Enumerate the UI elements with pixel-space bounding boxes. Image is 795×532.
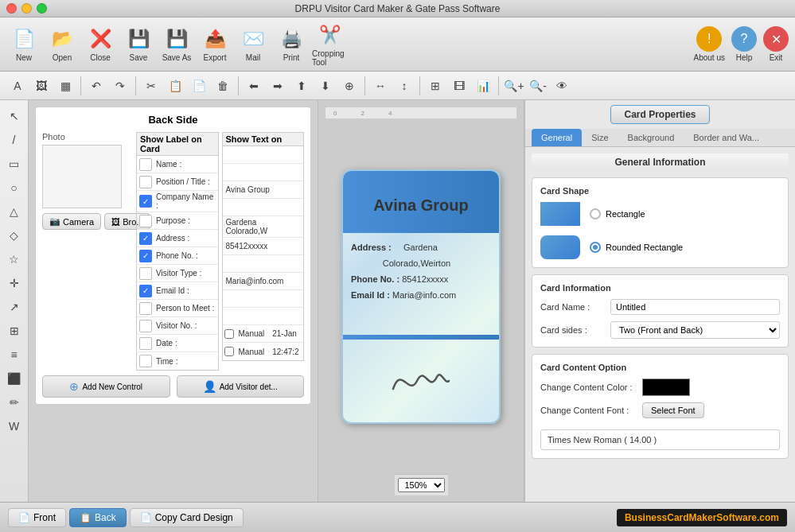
window-controls[interactable]	[6, 3, 47, 14]
card-sides-select[interactable]: Two (Front and Back) One (Front Only)	[610, 321, 780, 339]
zoom-out-btn[interactable]: 🔍-	[527, 75, 549, 97]
check-visitor-type[interactable]	[139, 267, 152, 280]
form-row-person: Person to Meet :	[137, 300, 218, 317]
help-btn[interactable]: ? Help	[731, 26, 757, 62]
barcode-btn[interactable]: ▦	[54, 75, 76, 97]
tab-border[interactable]: Border and Wa...	[684, 129, 769, 146]
crop-btn[interactable]: ✂️ Cropping Tool	[312, 21, 347, 68]
font-display: Times New Roman ( 14.00 )	[540, 429, 780, 450]
check-company[interactable]: ✓	[139, 195, 152, 208]
rounded-rect-radio[interactable]	[590, 242, 601, 253]
tab-size[interactable]: Size	[582, 129, 618, 146]
check-email[interactable]: ✓	[139, 285, 152, 297]
copy-design-btn[interactable]: 📄 Copy Card Design	[130, 508, 244, 527]
exit-icon: ✕	[763, 26, 789, 52]
card-name-input[interactable]	[610, 299, 780, 315]
rectangle-radio[interactable]	[590, 208, 601, 219]
flip-h-btn[interactable]: ↔	[369, 75, 392, 97]
center-btn[interactable]: ⊕	[338, 75, 360, 97]
cut-btn[interactable]: ✂	[140, 75, 162, 97]
export-btn[interactable]: 📤 Export	[197, 21, 232, 68]
close-btn[interactable]: ❌ Close	[83, 21, 118, 68]
circle-tool-btn[interactable]: ○	[3, 177, 25, 199]
cross-tool-btn[interactable]: ✛	[3, 272, 25, 294]
save-as-btn[interactable]: 💾 Save As	[159, 21, 194, 68]
triangle-tool-btn[interactable]: △	[3, 200, 25, 223]
tab-general[interactable]: General	[532, 129, 582, 146]
list-tool-btn[interactable]: ≡	[3, 344, 25, 366]
select-tool-btn[interactable]: ↖	[3, 105, 25, 127]
line-tool-btn[interactable]: /	[3, 129, 25, 151]
date-manual-check[interactable]	[224, 329, 234, 339]
zoom-select[interactable]: 150% 100% 75% 50%	[398, 478, 445, 492]
rect-tool-btn[interactable]: ▭	[3, 153, 25, 175]
check-address[interactable]: ✓	[139, 232, 152, 245]
view-btn[interactable]: 👁	[551, 75, 573, 97]
redo-btn[interactable]: ↷	[109, 75, 131, 97]
open-btn[interactable]: 📂 Open	[45, 21, 80, 68]
check-time[interactable]	[139, 355, 152, 367]
check-name[interactable]	[139, 158, 152, 171]
print-icon: 🖨️	[279, 26, 304, 52]
chart-btn[interactable]: 📊	[472, 75, 494, 97]
minimize-btn[interactable]	[21, 3, 32, 14]
form-row-address: ✓ Address :	[137, 230, 218, 247]
zoom-in-btn[interactable]: 🔍+	[503, 75, 525, 97]
ruler: 0 2 4	[325, 107, 517, 119]
new-btn[interactable]: 📄 New	[6, 21, 41, 68]
check-purpose[interactable]	[139, 215, 152, 227]
print-btn[interactable]: 🖨️ Print	[274, 21, 309, 68]
check-visitor-no[interactable]	[139, 320, 152, 332]
flip-v-btn[interactable]: ↕	[393, 75, 415, 97]
exit-btn[interactable]: ✕ Exit	[763, 26, 789, 62]
tab-background[interactable]: Background	[618, 129, 684, 146]
save-btn[interactable]: 💾 Save	[121, 21, 156, 68]
move-left-btn[interactable]: ⬅	[243, 75, 265, 97]
camera-btn[interactable]: 📷 Camera	[42, 213, 101, 230]
layers-tool-btn[interactable]: ⬛	[3, 367, 25, 390]
arrow-tool-btn[interactable]: ↗	[3, 296, 25, 318]
time-manual-check[interactable]	[224, 347, 234, 356]
copy-btn[interactable]: 📋	[164, 75, 186, 97]
color-swatch[interactable]	[642, 379, 690, 396]
diamond-tool-btn[interactable]: ◇	[3, 224, 25, 247]
star-tool-btn[interactable]: ☆	[3, 248, 25, 270]
text-tool-btn[interactable]: A	[6, 75, 29, 97]
rectangle-radio-group[interactable]: Rectangle	[590, 208, 645, 219]
pen-tool-btn[interactable]: ✏	[3, 391, 25, 414]
rounded-rect-preview	[540, 235, 580, 259]
rounded-rect-radio-group[interactable]: Rounded Rectangle	[590, 242, 683, 253]
mail-btn[interactable]: ✉️ Mail	[236, 21, 271, 68]
backside-panel: Back Side Photo 📷 Camera 🖼 Bro...	[35, 107, 311, 405]
maximize-btn[interactable]	[37, 3, 47, 14]
content-options: Change Content Color : Change Content Fo…	[540, 379, 780, 450]
check-position[interactable]	[139, 176, 152, 188]
add-visitor-btn[interactable]: 👤 Add Visitor det...	[177, 375, 305, 398]
select-font-btn[interactable]: Select Font	[642, 402, 704, 418]
move-right-btn[interactable]: ➡	[267, 75, 289, 97]
check-date[interactable]	[139, 337, 152, 350]
text-row-phone: 85412xxxxx	[223, 238, 304, 255]
browse-icon: 🖼	[111, 217, 120, 227]
front-tab-btn[interactable]: 📄 Front	[8, 508, 66, 527]
help-icon: ?	[731, 26, 757, 52]
add-control-btn[interactable]: ⊕ Add New Control	[42, 375, 170, 398]
card-address-field2: Colorado,Weirton	[351, 258, 491, 268]
panel-tool-btn[interactable]: ⊞	[3, 320, 25, 342]
delete-btn[interactable]: 🗑	[212, 75, 234, 97]
grid-btn[interactable]: ⊞	[424, 75, 446, 97]
paste-btn[interactable]: 📄	[188, 75, 210, 97]
check-phone[interactable]: ✓	[139, 250, 152, 262]
film-btn[interactable]: 🎞	[448, 75, 470, 97]
about-btn[interactable]: ! About us	[694, 26, 725, 62]
back-tab-btn[interactable]: 📋 Back	[69, 508, 127, 527]
label-col: Show Label on Card Name : Position / Tit…	[136, 132, 219, 371]
text-label-btn[interactable]: W	[3, 415, 25, 437]
move-up-btn[interactable]: ⬆	[290, 75, 313, 97]
photo-label: Photo	[42, 132, 130, 142]
move-down-btn[interactable]: ⬇	[314, 75, 337, 97]
undo-btn[interactable]: ↶	[85, 75, 107, 97]
close-window-btn[interactable]	[6, 3, 17, 14]
image-tool-btn[interactable]: 🖼	[30, 75, 53, 97]
check-person[interactable]	[139, 302, 152, 315]
